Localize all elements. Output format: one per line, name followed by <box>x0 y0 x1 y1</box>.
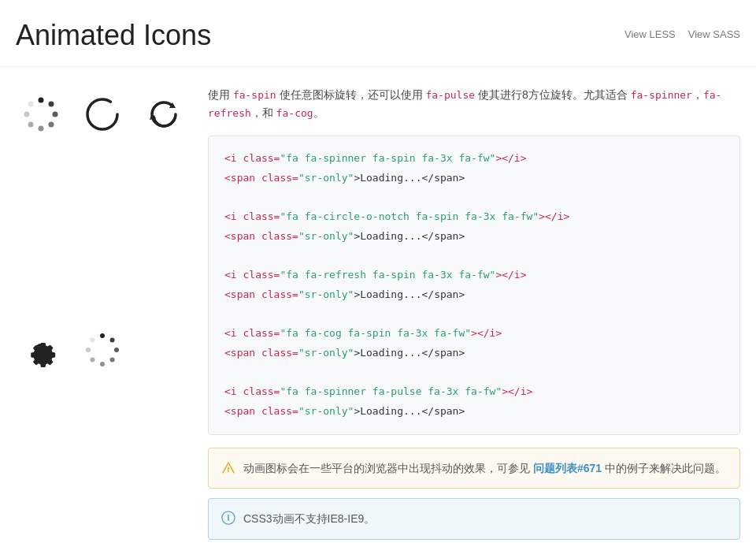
desc-part1: 使用 <box>208 88 233 101</box>
code-line-1b: <span class="sr-only">Loading...</span> <box>224 169 724 188</box>
page-header: Animated Icons View LESS View SASS <box>0 0 756 67</box>
svg-point-13 <box>114 348 119 352</box>
desc-part4: 。 <box>313 106 324 119</box>
svg-point-6 <box>24 111 30 117</box>
info-circle-icon <box>221 511 235 525</box>
desc-fa-cog: fa-cog <box>276 107 313 119</box>
desc-part3: 使其进行8方位旋转。尤其适合 <box>475 88 631 101</box>
alert-info-text: CSS3动画不支持IE8-IE9。 <box>243 510 375 527</box>
svg-rect-20 <box>228 516 229 520</box>
alert-warning-box: 动画图标会在一些平台的浏览器中出现抖动的效果，可参见 问题列表#671 中的例子… <box>208 448 740 489</box>
svg-point-11 <box>100 333 105 338</box>
alert-warning-part1: 动画图标会在一些平台的浏览器中出现抖动的效果，可参见 <box>243 462 533 474</box>
code-line-2b: <span class="sr-only">Loading...</span> <box>224 227 724 247</box>
pulse-dots-icon <box>77 325 128 375</box>
code-line-4a: <i class="fa fa-cog fa-spin fa-3x fa-fw"… <box>224 324 724 344</box>
desc-sep1: ， <box>692 88 703 101</box>
svg-point-16 <box>90 357 94 362</box>
code-line-1a: <i class="fa fa-spinner fa-spin fa-3x fa… <box>224 149 724 169</box>
alert-warning-part2: 中的例子来解决此问题。 <box>602 462 726 474</box>
svg-point-8 <box>87 99 117 129</box>
warning-triangle-icon <box>221 460 235 474</box>
svg-point-18 <box>90 337 94 342</box>
refresh-icon <box>139 89 189 139</box>
circle-o-notch-icon <box>77 89 128 139</box>
svg-rect-21 <box>228 515 229 516</box>
view-sass-link[interactable]: View SASS <box>688 27 740 43</box>
code-line-5b: <span class="sr-only">Loading...</span> <box>224 402 724 422</box>
svg-point-7 <box>28 101 34 106</box>
spinner-dots-icon <box>16 89 66 139</box>
description-paragraph: 使用 fa-spin 使任意图标旋转，还可以使用 fa-pulse 使其进行8方… <box>208 86 740 124</box>
svg-point-14 <box>110 357 115 362</box>
page-title: Animated Icons <box>16 13 211 58</box>
view-less-link[interactable]: View LESS <box>624 27 676 43</box>
svg-point-1 <box>48 101 54 106</box>
right-content: 使用 fa-spin 使任意图标旋转，还可以使用 fa-pulse 使其进行8方… <box>208 86 740 543</box>
code-line-4b: <span class="sr-only">Loading...</span> <box>224 344 724 363</box>
svg-point-3 <box>48 121 54 127</box>
code-line-3b: <span class="sr-only">Loading...</span> <box>224 285 724 305</box>
svg-point-15 <box>100 362 105 366</box>
svg-point-4 <box>39 125 44 131</box>
alert-warning-link[interactable]: 问题列表#671 <box>533 462 602 474</box>
code-block: <i class="fa fa-spinner fa-spin fa-3x fa… <box>208 136 740 435</box>
code-line-5a: <i class="fa fa-spinner fa-pulse fa-3x f… <box>224 382 724 402</box>
desc-sep2: ，和 <box>251 106 276 119</box>
svg-point-0 <box>39 97 44 102</box>
svg-point-2 <box>53 111 58 117</box>
main-content: 使用 fa-spin 使任意图标旋转，还可以使用 fa-pulse 使其进行8方… <box>0 67 756 543</box>
svg-point-5 <box>28 121 34 127</box>
svg-point-17 <box>86 348 91 352</box>
desc-part2: 使任意图标旋转，还可以使用 <box>276 88 426 101</box>
code-line-2a: <i class="fa fa-circle-o-notch fa-spin f… <box>224 207 724 227</box>
code-line-3a: <i class="fa fa-refresh fa-spin fa-3x fa… <box>224 266 724 285</box>
cog-icon <box>16 325 66 375</box>
header-links: View LESS View SASS <box>624 27 740 43</box>
alert-info-box: CSS3动画不支持IE8-IE9。 <box>208 498 740 539</box>
icons-preview <box>16 86 189 543</box>
desc-fa-spin: fa-spin <box>233 89 276 101</box>
alert-warning-text: 动画图标会在一些平台的浏览器中出现抖动的效果，可参见 问题列表#671 中的例子… <box>243 459 726 477</box>
svg-point-12 <box>110 337 115 342</box>
desc-fa-spinner: fa-spinner <box>631 89 692 101</box>
desc-fa-pulse: fa-pulse <box>425 89 475 101</box>
